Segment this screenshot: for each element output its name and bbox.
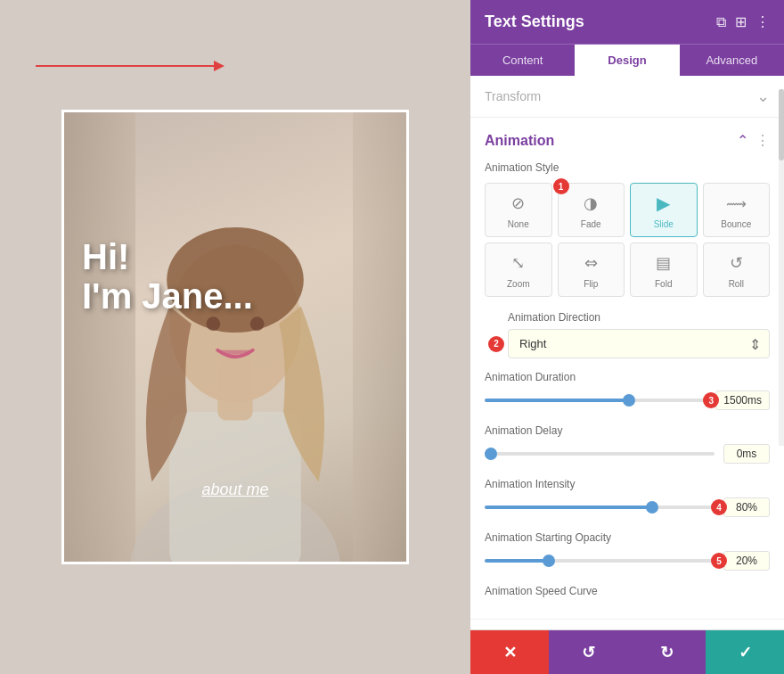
transform-chevron: ⌄ xyxy=(756,86,770,106)
animation-title: Animation xyxy=(485,133,554,149)
delay-value: 0ms xyxy=(723,444,770,464)
duration-value: 1500ms xyxy=(715,390,770,410)
intensity-track xyxy=(485,506,715,509)
section-controls: ⌃ ⋮ xyxy=(737,132,770,149)
card-link[interactable]: about me xyxy=(201,481,268,499)
save-icon: ✓ xyxy=(739,643,752,662)
delay-row: Animation Delay 0ms xyxy=(485,424,770,464)
duration-row: Animation Duration 1500ms 3 xyxy=(485,371,770,410)
transform-section[interactable]: Transform ⌄ xyxy=(470,76,784,118)
fold-label: Fold xyxy=(655,279,672,289)
svg-point-6 xyxy=(250,316,265,331)
flip-label: Flip xyxy=(584,279,598,289)
fade-label: Fade xyxy=(581,219,601,229)
delay-track xyxy=(485,452,715,456)
canvas-panel: Hi!I'm Jane... about me xyxy=(0,0,470,674)
roll-icon: ↺ xyxy=(723,251,748,275)
card-heading-text: Hi!I'm Jane... xyxy=(82,237,253,316)
redo-button[interactable]: ↻ xyxy=(627,630,706,674)
style-grid: ⊘ None 1 ◑ Fade ▶ Slide ⟿ Bounce xyxy=(485,183,770,297)
intensity-control: 80% 4 xyxy=(485,497,770,517)
direction-label: Animation Direction xyxy=(508,311,770,324)
opacity-value: 20% xyxy=(723,551,770,571)
card-heading: Hi!I'm Jane... xyxy=(82,237,253,316)
style-fold[interactable]: ▤ Fold xyxy=(630,242,698,297)
roll-label: Roll xyxy=(729,279,744,289)
fold-icon: ▤ xyxy=(651,251,676,275)
animation-section: Animation ⌃ ⋮ Animation Style ⊘ None 1 ◑ xyxy=(470,118,784,620)
tab-advanced[interactable]: Advanced xyxy=(680,45,784,76)
cancel-button[interactable]: ✕ xyxy=(470,630,549,674)
more-icon[interactable]: ⋮ xyxy=(755,13,770,30)
style-roll[interactable]: ↺ Roll xyxy=(703,242,771,297)
zoom-icon: ⤡ xyxy=(506,251,531,275)
redo-icon: ↻ xyxy=(660,643,674,662)
tab-design[interactable]: Design xyxy=(575,45,679,76)
bottom-toolbar: ✕ ↺ ↻ ✓ xyxy=(470,629,784,674)
opacity-row: Animation Starting Opacity 20% 5 xyxy=(485,531,770,571)
badge-4: 4 xyxy=(711,499,727,515)
fade-icon: ◑ xyxy=(578,191,603,216)
collapse-icon[interactable]: ⌃ xyxy=(737,132,748,149)
arrow-head xyxy=(214,61,225,71)
delay-thumb[interactable] xyxy=(485,448,497,460)
animation-arrow xyxy=(36,61,225,71)
cancel-icon: ✕ xyxy=(503,643,517,662)
section-more-icon[interactable]: ⋮ xyxy=(755,132,770,149)
direction-row: Animation Direction 2 Top Right Bottom L… xyxy=(508,311,770,358)
slide-icon: ▶ xyxy=(651,191,676,216)
svg-point-5 xyxy=(207,316,221,331)
scrollbar-thumb[interactable] xyxy=(779,89,784,160)
flip-icon: ⇔ xyxy=(578,251,603,275)
direction-select-wrapper: 2 Top Right Bottom Left ⇕ xyxy=(508,329,770,358)
intensity-value: 80% xyxy=(723,497,770,517)
style-fade[interactable]: 1 ◑ Fade xyxy=(558,183,625,237)
intensity-label: Animation Intensity xyxy=(485,478,770,490)
transform-label: Transform xyxy=(485,89,541,103)
grid-icon[interactable]: ⊞ xyxy=(735,13,747,30)
opacity-label: Animation Starting Opacity xyxy=(485,531,770,544)
badge-1: 1 xyxy=(553,178,569,194)
settings-panel: Text Settings ⧉ ⊞ ⋮ Content Design Advan… xyxy=(470,0,784,674)
badge-5: 5 xyxy=(711,553,727,569)
badge-2: 2 xyxy=(488,336,504,352)
direction-select[interactable]: Top Right Bottom Left xyxy=(508,329,770,358)
window-icon[interactable]: ⧉ xyxy=(716,14,726,30)
intensity-row: Animation Intensity 80% 4 xyxy=(485,478,770,517)
opacity-control: 20% 5 xyxy=(485,551,770,571)
none-label: None xyxy=(508,219,529,229)
delay-label: Animation Delay xyxy=(485,424,770,437)
reset-button[interactable]: ↺ xyxy=(549,630,627,674)
style-zoom[interactable]: ⤡ Zoom xyxy=(485,242,552,297)
duration-control: 1500ms 3 xyxy=(485,390,770,410)
opacity-fill xyxy=(485,559,549,563)
arrow-line xyxy=(36,65,214,67)
style-none[interactable]: ⊘ None xyxy=(485,183,552,237)
style-flip[interactable]: ⇔ Flip xyxy=(558,242,625,297)
duration-fill xyxy=(485,399,629,402)
animation-header: Animation ⌃ ⋮ xyxy=(485,132,770,149)
badge-3: 3 xyxy=(703,392,719,408)
scrollbar[interactable] xyxy=(779,89,784,446)
bounce-label: Bounce xyxy=(721,219,751,229)
opacity-track xyxy=(485,559,715,563)
tabs-bar: Content Design Advanced xyxy=(470,44,784,76)
duration-track xyxy=(485,399,706,402)
tab-content[interactable]: Content xyxy=(470,45,575,76)
save-button[interactable]: ✓ xyxy=(706,630,784,674)
zoom-label: Zoom xyxy=(507,279,530,289)
duration-thumb[interactable] xyxy=(623,394,635,407)
opacity-thumb[interactable] xyxy=(543,555,555,567)
style-slide[interactable]: ▶ Slide xyxy=(630,183,698,237)
bounce-icon: ⟿ xyxy=(723,191,748,216)
duration-label: Animation Duration xyxy=(485,371,770,383)
intensity-thumb[interactable] xyxy=(646,501,658,514)
style-label: Animation Style xyxy=(485,161,770,174)
delay-control: 0ms xyxy=(485,444,770,464)
design-card: Hi!I'm Jane... about me xyxy=(61,110,409,564)
intensity-fill xyxy=(485,506,652,509)
reset-icon: ↺ xyxy=(582,643,595,662)
speed-curve-label: Animation Speed Curve xyxy=(485,585,770,597)
card-background: Hi!I'm Jane... about me xyxy=(64,112,406,562)
style-bounce[interactable]: ⟿ Bounce xyxy=(703,183,771,237)
